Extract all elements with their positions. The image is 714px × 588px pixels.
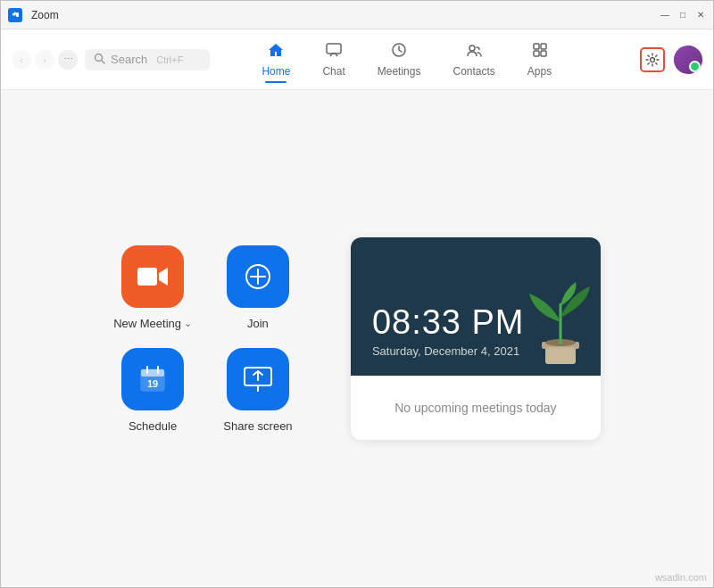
svg-point-11 [650, 57, 654, 62]
svg-rect-12 [137, 268, 157, 286]
zoom-window: Zoom — □ ✕ ‹ › ⋯ Search Ctrl+F [0, 0, 714, 588]
main-content: New Meeting ⌄ Join [1, 90, 713, 587]
tab-home[interactable]: Home [245, 37, 306, 83]
time-content: 08:33 PM Saturday, December 4, 2021 [372, 305, 525, 358]
forward-button[interactable]: › [35, 50, 54, 70]
avatar[interactable] [674, 46, 702, 74]
join-button[interactable] [227, 245, 289, 308]
tab-home-label: Home [262, 65, 290, 78]
chat-icon [325, 42, 343, 62]
minimize-button[interactable]: — [660, 10, 670, 21]
time-display: 08:33 PM [372, 305, 525, 339]
nav-arrows: ‹ › ⋯ [12, 50, 78, 70]
svg-rect-7 [534, 44, 539, 49]
join-label: Join [247, 317, 269, 330]
time-card: 08:33 PM Saturday, December 4, 2021 [351, 237, 601, 376]
contacts-icon [465, 42, 483, 62]
tab-contacts[interactable]: Contacts [436, 37, 511, 83]
plant-decoration [520, 269, 601, 376]
svg-point-6 [469, 46, 475, 51]
tab-contacts-label: Contacts [452, 65, 494, 78]
tab-chat-label: Chat [322, 65, 345, 78]
window-controls: — □ ✕ [660, 10, 706, 21]
search-icon [94, 53, 105, 67]
schedule-label: Schedule [129, 419, 177, 433]
zoom-logo-icon [8, 8, 22, 22]
back-button[interactable]: ‹ [12, 50, 31, 70]
share-screen-button[interactable] [227, 348, 289, 410]
new-meeting-label: New Meeting ⌄ [113, 317, 192, 330]
tab-meetings[interactable]: Meetings [361, 37, 437, 83]
svg-rect-9 [534, 51, 539, 56]
action-grid: New Meeting ⌄ Join [113, 245, 297, 433]
new-meeting-item[interactable]: New Meeting ⌄ [113, 245, 192, 330]
svg-rect-10 [541, 51, 546, 56]
svg-rect-29 [547, 347, 574, 349]
history-button[interactable]: ⋯ [58, 50, 78, 70]
svg-line-3 [102, 60, 105, 63]
title-bar-left: Zoom [8, 8, 59, 22]
info-panel: 08:33 PM Saturday, December 4, 2021 [351, 237, 601, 440]
join-item[interactable]: Join [219, 245, 297, 330]
home-icon [267, 42, 285, 62]
schedule-button[interactable]: 19 [121, 348, 184, 410]
settings-button[interactable] [640, 47, 665, 72]
search-bar[interactable]: Search Ctrl+F [85, 49, 210, 70]
tab-meetings-label: Meetings [378, 65, 421, 78]
no-meetings-text: No upcoming meetings today [369, 401, 583, 415]
meetings-icon [390, 42, 408, 62]
window-title: Zoom [31, 9, 59, 21]
tab-apps-label: Apps [527, 65, 552, 78]
tab-chat[interactable]: Chat [306, 37, 361, 83]
maximize-button[interactable]: □ [677, 10, 688, 21]
new-meeting-button[interactable] [121, 245, 184, 308]
search-shortcut: Ctrl+F [156, 54, 183, 65]
meetings-section: No upcoming meetings today [351, 376, 601, 440]
svg-rect-1 [16, 12, 19, 17]
tab-apps[interactable]: Apps [511, 37, 568, 83]
close-button[interactable]: ✕ [695, 10, 706, 21]
avatar-area [640, 46, 702, 74]
share-screen-item[interactable]: Share screen [219, 348, 297, 433]
apps-icon [531, 42, 549, 62]
svg-rect-17 [141, 369, 164, 377]
svg-rect-4 [327, 44, 341, 54]
toolbar: ‹ › ⋯ Search Ctrl+F H [1, 29, 713, 90]
svg-rect-8 [541, 44, 546, 49]
svg-text:19: 19 [147, 378, 158, 389]
title-bar: Zoom — □ ✕ [1, 1, 713, 29]
nav-tabs: Home Chat Meetings [245, 37, 568, 83]
date-display: Saturday, December 4, 2021 [372, 344, 525, 358]
search-placeholder: Search [111, 53, 147, 66]
schedule-item[interactable]: 19 Schedule [113, 348, 192, 433]
chevron-down-icon: ⌄ [184, 318, 192, 329]
share-screen-label: Share screen [223, 419, 292, 433]
